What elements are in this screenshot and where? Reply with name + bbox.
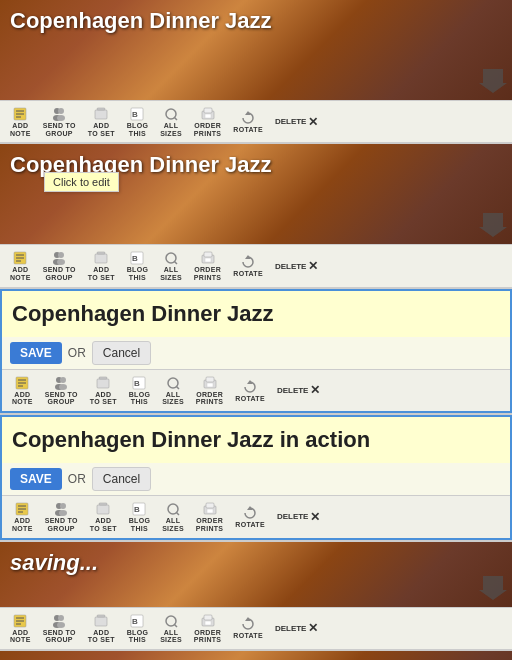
delete-button-5[interactable]: DELETE ✕ [271,619,323,637]
svg-rect-10 [97,108,105,110]
send-to-group-label-3: SEND TOGROUP [45,391,78,406]
svg-point-6 [58,108,64,114]
rotate-button-4[interactable]: ROTATE [231,503,269,531]
rotate-icon-5 [240,616,256,632]
all-sizes-button-3[interactable]: ALLSIZES [158,373,188,408]
blog-this-button-3[interactable]: B BLOGTHIS [125,373,154,408]
all-sizes-button-2[interactable]: ALLSIZES [156,248,186,283]
sizes-icon-3 [165,375,181,391]
add-note-label-2: ADDNOTE [10,266,31,281]
delete-label-2: DELETE [275,262,307,271]
add-to-set-button-3[interactable]: ADDTO SET [86,373,121,408]
blog-this-button-2[interactable]: B BLOGTHIS [123,248,152,283]
rotate-label-4: ROTATE [235,521,265,529]
add-to-set-button-2[interactable]: ADDTO SET [84,248,119,283]
prints-icon-2 [200,250,216,266]
blog-icon-5: B [129,613,145,629]
sizes-icon-4 [165,501,181,517]
add-note-label-5: ADDNOTE [10,629,31,644]
svg-rect-71 [206,503,214,508]
order-prints-button-5[interactable]: ORDERPRINTS [190,611,225,646]
blog-this-label-1: BLOGTHIS [127,122,148,137]
photo-background-1: Copenhagen Dinner Jazz [0,0,512,100]
rotate-button-2[interactable]: ROTATE [229,252,267,280]
add-to-set-button-4[interactable]: ADDTO SET [86,499,121,534]
add-to-set-button-5[interactable]: ADDTO SET [84,611,119,646]
blog-icon-2: B [129,250,145,266]
panel-edit-1: SAVE OR Cancel ADDNOTE SEND TOGROUP ADDT… [0,289,512,413]
delete-button-4[interactable]: DELETE ✕ [273,508,325,526]
toolbar-3: ADDNOTE SEND TOGROUP ADDTO SET B BLOGTHI… [2,369,510,411]
panel-display-final: Copenhagen Dinner Jazz in action From: f… [0,651,512,660]
rotate-icon-2 [240,254,256,270]
send-to-group-button-1[interactable]: SEND TOGROUP [39,104,80,139]
all-sizes-button-5[interactable]: ALLSIZES [156,611,186,646]
all-sizes-button-4[interactable]: ALLSIZES [158,499,188,534]
photo-background-2: Copenhagen Dinner Jazz Click to edit [0,144,512,244]
add-note-button-4[interactable]: ADDNOTE [8,499,37,534]
blog-this-button-5[interactable]: B BLOGTHIS [123,611,152,646]
blog-this-button-1[interactable]: B BLOGTHIS [123,104,152,139]
blog-this-label-5: BLOGTHIS [127,629,148,644]
sizes-icon-2 [163,250,179,266]
rotate-button-3[interactable]: ROTATE [231,377,269,405]
add-to-set-button-1[interactable]: ADDTO SET [84,104,119,139]
send-to-group-button-4[interactable]: SEND TOGROUP [41,499,82,534]
svg-rect-36 [205,258,211,262]
add-note-label-4: ADDNOTE [12,517,33,532]
rotate-label-2: ROTATE [233,270,263,278]
add-note-button-3[interactable]: ADDNOTE [8,373,37,408]
delete-button-2[interactable]: DELETE ✕ [271,257,323,275]
sizes-icon-1 [163,106,179,122]
arrow-down-5 [479,572,507,602]
delete-button-1[interactable]: DELETE ✕ [271,113,323,131]
delete-x-1: ✕ [308,115,318,129]
title-edit-input-1[interactable] [2,291,510,337]
panel-display-2: Copenhagen Dinner Jazz Click to edit ADD… [0,144,512,286]
cancel-button-1[interactable]: Cancel [92,341,151,365]
note-icon-5 [12,613,28,629]
arrow-down-1 [479,65,507,95]
blog-this-button-4[interactable]: B BLOGTHIS [125,499,154,534]
add-note-button-1[interactable]: ADDNOTE [6,104,35,139]
save-button-2[interactable]: SAVE [10,468,62,490]
save-button-1[interactable]: SAVE [10,342,62,364]
all-sizes-label-2: ALLSIZES [160,266,182,281]
send-to-group-button-3[interactable]: SEND TOGROUP [41,373,82,408]
svg-point-27 [57,259,65,265]
or-text-2: OR [68,472,86,486]
group-icon-1 [51,106,67,122]
group-icon-5 [51,613,67,629]
send-to-group-button-5[interactable]: SEND TOGROUP [39,611,80,646]
order-prints-label-3: ORDERPRINTS [196,391,223,406]
rotate-button-5[interactable]: ROTATE [229,614,267,642]
delete-button-3[interactable]: DELETE ✕ [273,381,325,399]
svg-rect-91 [205,621,211,625]
svg-rect-47 [99,377,107,379]
note-icon-1 [12,106,28,122]
svg-text:B: B [134,379,140,388]
panel-edit-2: SAVE OR Cancel ADDNOTE SEND TOGROUP ADDT… [0,415,512,539]
svg-rect-90 [204,615,212,620]
set-icon-2 [93,250,109,266]
add-note-label-3: ADDNOTE [12,391,33,406]
add-note-button-5[interactable]: ADDNOTE [6,611,35,646]
all-sizes-label-3: ALLSIZES [162,391,184,406]
rotate-button-1[interactable]: ROTATE [229,108,267,136]
order-prints-button-3[interactable]: ORDERPRINTS [192,373,227,408]
order-prints-button-2[interactable]: ORDERPRINTS [190,248,225,283]
svg-marker-0 [479,69,507,93]
title-bar-6: Copenhagen Dinner Jazz in action [0,651,512,660]
send-to-group-label-5: SEND TOGROUP [43,629,76,644]
toolbar-5: ADDNOTE SEND TOGROUP ADDTO SET B BLOGTHI… [0,607,512,649]
order-prints-button-4[interactable]: ORDERPRINTS [192,499,227,534]
title-bar-2[interactable]: Copenhagen Dinner Jazz Click to edit [0,144,512,182]
all-sizes-button-1[interactable]: ALLSIZES [156,104,186,139]
add-note-button-2[interactable]: ADDNOTE [6,248,35,283]
svg-line-88 [174,624,177,627]
cancel-button-2[interactable]: Cancel [92,467,151,491]
title-edit-input-2[interactable] [2,417,510,463]
order-prints-button-1[interactable]: ORDERPRINTS [190,104,225,139]
send-to-group-button-2[interactable]: SEND TOGROUP [39,248,80,283]
prints-icon-3 [202,375,218,391]
